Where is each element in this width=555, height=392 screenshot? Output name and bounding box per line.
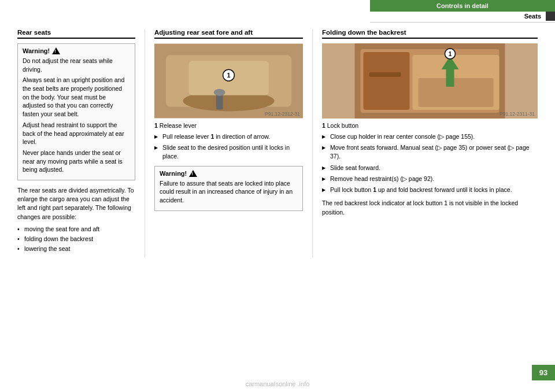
right-arrow-0: Close cup holder in rear center console … [322,132,538,141]
right-arrow-4: Pull lock button 1 up and fold backrest … [322,186,538,194]
middle-caption-text: Release lever [160,122,197,129]
middle-arrow-1: Slide seat to the desired position until… [154,143,303,161]
right-arrow-2: Slide seat forward. [322,164,538,172]
svg-text:1: 1 [227,72,230,79]
middle-img-ref: P91.12-2312-31 [265,111,300,117]
warning-triangle-middle [189,170,197,177]
header: Controls in detail Seats [278,0,555,25]
middle-warning-text: Failure to assure that seats are locked … [160,179,298,205]
warning-title-middle: Warning! [160,170,298,177]
right-column: Folding down the backrest 1 P91.12-2311-… [312,29,538,258]
page-number: 93 [532,365,555,380]
seat-image: 1 P91.12-2312-31 [154,43,303,119]
bullet-item-1: folding down the backrest [17,235,135,243]
bullet-list: moving the seat fore and aft folding dow… [17,225,135,254]
middle-arrow-0: Pull release lever 1 in direction of arr… [154,132,303,141]
right-img-caption: 1 Lock button [322,122,538,129]
adjusting-heading: Adjusting rear seat fore and aft [154,29,303,39]
warning-text-3: Adjust head restraint to support the bac… [23,121,130,146]
rear-seats-heading: Rear seats [17,29,135,39]
controls-in-detail-label: Controls in detail [370,0,555,12]
warning-title-left: Warning! [23,47,130,54]
watermark: carmanuaIsonline .info [246,380,310,387]
middle-column: Adjusting rear seat fore and aft 1 P91.1… [145,29,312,258]
main-content: Rear seats Warning! Do not adjust the re… [0,0,555,281]
warning-triangle-left [52,47,60,54]
seats-row: Seats [370,12,555,23]
right-arrow-1: Move front seats forward. Manual seat (▷… [322,143,538,161]
middle-arrow-list: Pull release lever 1 in direction of arr… [154,132,303,161]
seats-label: Seats [524,13,546,20]
right-arrow-3: Remove head restraint(s) (▷ page 92). [322,175,538,183]
rear-seats-body: The rear seats are divided asymetrically… [17,186,135,221]
svg-text:1: 1 [449,51,452,57]
right-caption-num: 1 [322,122,325,129]
warning-text-4: Never place hands under the seat or near… [23,149,130,174]
middle-img-caption: 1 Release lever [154,122,303,129]
svg-rect-10 [364,52,410,110]
seats-block-icon [546,12,555,21]
warning-label-middle: Warning! [160,170,187,177]
warning-text-1: Do not adjust the rear seats while drivi… [23,57,130,73]
warning-text-2: Always seat in an upright position and t… [23,76,130,118]
warning-label-left: Warning! [23,47,50,54]
backrest-image: 1 P91.12-2311-31 [322,43,538,119]
left-column: Rear seats Warning! Do not adjust the re… [17,29,145,258]
right-caption-text: Lock button [327,122,358,129]
middle-caption-num: 1 [154,122,158,129]
svg-point-5 [214,89,225,96]
bullet-item-2: lowering the seat [17,245,135,253]
folding-heading: Folding down the backrest [322,29,538,39]
right-body-text: The red backrest lock indicator at lock … [322,199,538,216]
bullet-item-0: moving the seat fore and aft [17,225,135,234]
right-img-ref: P91.12-2311-31 [500,111,535,117]
right-arrow-list: Close cup holder in rear center console … [322,132,538,194]
svg-rect-12 [419,78,494,107]
svg-rect-16 [369,72,401,77]
warning-box-middle: Warning! Failure to assure that seats ar… [154,166,303,211]
warning-box-left: Warning! Do not adjust the rear seats wh… [17,43,135,180]
